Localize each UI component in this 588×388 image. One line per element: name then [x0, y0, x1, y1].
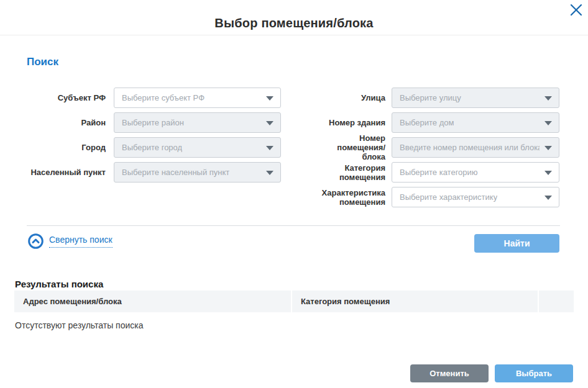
chevron-down-icon — [544, 121, 552, 125]
collapse-search-label: Свернуть поиск — [49, 235, 113, 248]
field-label: Улица — [316, 93, 385, 102]
collapse-search-link[interactable]: Свернуть поиск — [28, 233, 113, 249]
field-row-district: Район Выберите район — [27, 112, 281, 133]
search-form-left-column: Субъект РФ Выберите субъект РФ Район Выб… — [27, 88, 281, 187]
cancel-button[interactable]: Отменить — [410, 364, 489, 382]
search-form-right-column: Улица Выберите улицу Номер здания Выбери… — [316, 88, 559, 212]
settlement-select[interactable]: Выберите населенный пункт — [114, 162, 281, 183]
select-placeholder: Выберите город — [122, 138, 182, 157]
field-label: Номер здания — [316, 118, 385, 127]
select-placeholder: Выберите категорию — [400, 163, 478, 182]
field-label: Категория помещения — [316, 163, 385, 182]
dialog-header: Выбор помещения/блока — [0, 0, 588, 35]
field-row-premises-characteristic: Характеристика помещения Выберите характ… — [316, 187, 559, 207]
select-button[interactable]: Выбрать — [495, 364, 573, 382]
select-placeholder: Выберите характеристику — [400, 187, 497, 207]
field-label: Номер помещения/блока — [316, 133, 385, 161]
city-select[interactable]: Выберите город — [114, 137, 281, 158]
find-button[interactable]: Найти — [474, 234, 559, 253]
field-label: Характеристика помещения — [316, 188, 385, 207]
column-header-address: Адрес помещения/блока — [14, 291, 291, 312]
field-row-subject-rf: Субъект РФ Выберите субъект РФ — [27, 88, 281, 108]
select-placeholder: Выберите дом — [400, 113, 454, 132]
select-placeholder: Выберите район — [122, 113, 184, 132]
premises-selection-dialog: Выбор помещения/блока Поиск Субъект РФ В… — [0, 0, 588, 388]
field-row-building-number: Номер здания Выберите дом — [316, 112, 559, 133]
search-section-heading: Поиск — [27, 56, 58, 68]
column-header-actions — [538, 291, 574, 312]
select-placeholder: Выберите улицу — [400, 88, 461, 107]
field-label: Район — [27, 118, 106, 127]
search-footer-divider — [27, 225, 560, 226]
subject-rf-select[interactable]: Выберите субъект РФ — [114, 88, 281, 108]
field-row-premises-category: Категория помещения Выберите категорию — [316, 162, 559, 183]
chevron-down-icon — [544, 171, 552, 175]
chevron-down-icon — [544, 96, 552, 101]
chevron-down-icon — [266, 121, 273, 125]
empty-results-message: Отсутствуют результаты поиска — [15, 320, 144, 330]
field-row-settlement: Населенный пункт Выберите населенный пун… — [27, 162, 281, 183]
premises-characteristic-select[interactable]: Выберите характеристику — [392, 187, 559, 207]
building-number-select[interactable]: Выберите дом — [392, 112, 559, 133]
select-placeholder: Выберите населенный пункт — [122, 163, 229, 182]
field-label: Город — [27, 143, 106, 152]
field-row-premises-number: Номер помещения/блока Введите номер поме… — [316, 137, 559, 158]
field-row-street: Улица Выберите улицу — [316, 88, 559, 108]
select-placeholder: Введите номер помещения или блока — [400, 138, 540, 157]
premises-number-select[interactable]: Введите номер помещения или блока — [392, 137, 559, 158]
field-label: Населенный пункт — [27, 168, 106, 177]
chevron-down-icon — [266, 171, 273, 175]
chevron-down-icon — [266, 146, 273, 150]
field-label: Субъект РФ — [27, 93, 106, 102]
premises-category-select[interactable]: Выберите категорию — [392, 162, 559, 183]
street-select[interactable]: Выберите улицу — [392, 88, 559, 108]
field-row-city: Город Выберите город — [27, 137, 281, 158]
results-heading: Результаты поиска — [15, 279, 103, 289]
close-icon — [569, 3, 583, 17]
dialog-title: Выбор помещения/блока — [0, 16, 588, 30]
district-select[interactable]: Выберите район — [114, 112, 281, 133]
chevron-down-icon — [544, 196, 552, 200]
select-placeholder: Выберите субъект РФ — [122, 88, 204, 107]
column-header-category: Категория помещения — [291, 291, 538, 312]
chevron-up-circle-icon — [28, 233, 44, 249]
chevron-down-icon — [266, 96, 273, 101]
results-table-header: Адрес помещения/блока Категория помещени… — [14, 291, 574, 312]
close-button[interactable] — [568, 2, 584, 18]
chevron-down-icon — [544, 146, 552, 150]
